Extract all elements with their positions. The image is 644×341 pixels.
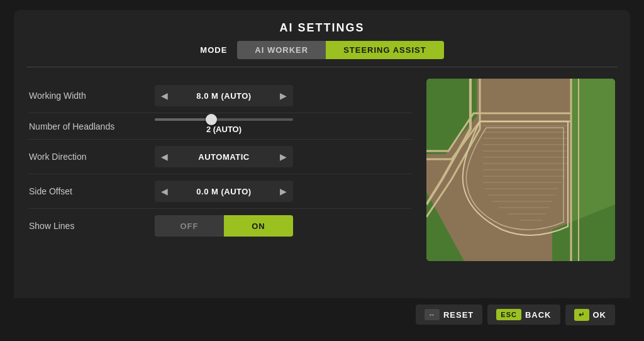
working-width-prev[interactable]: ◀ [155,85,174,106]
side-offset-label: Side Offset [29,186,155,196]
headlands-top: Number of Headlands 2 (AUTO) [29,118,411,134]
mode-label: MODE [200,45,227,55]
mode-bar: MODE AI WORKER STEERING ASSIST [14,41,630,67]
reset-button[interactable]: ↔ RESET [416,305,482,325]
work-direction-row: Work Direction ◀ AUTOMATIC ▶ [29,140,411,174]
map-preview [426,79,615,261]
show-lines-off[interactable]: OFF [155,215,224,237]
ok-button[interactable]: ↵ OK [565,305,616,325]
show-lines-on[interactable]: ON [224,215,293,237]
tab-ai-worker[interactable]: AI WORKER [237,41,326,59]
show-lines-toggle: OFF ON [155,215,293,237]
headlands-value: 2 (AUTO) [155,125,293,134]
working-width-selector: ◀ 8.0 M (AUTO) ▶ [155,85,293,106]
headlands-label: Number of Headlands [29,121,155,131]
work-direction-control: ◀ AUTOMATIC ▶ [155,146,411,167]
show-lines-control: OFF ON [155,215,411,237]
ok-label: OK [593,310,607,320]
work-direction-next[interactable]: ▶ [274,146,293,167]
show-lines-label: Show Lines [29,221,155,231]
side-offset-row: Side Offset ◀ 0.0 M (AUTO) ▶ [29,174,411,209]
work-direction-selector: ◀ AUTOMATIC ▶ [155,146,293,167]
back-label: BACK [525,310,552,320]
content-area: Working Width ◀ 8.0 M (AUTO) ▶ Number of… [14,67,630,298]
work-direction-label: Work Direction [29,152,155,162]
working-width-next[interactable]: ▶ [274,85,293,106]
dialog-title: AI SETTINGS [14,10,630,41]
slider-thumb[interactable] [206,114,217,125]
settings-panel: Working Width ◀ 8.0 M (AUTO) ▶ Number of… [29,79,411,291]
tab-steering-assist[interactable]: STEERING ASSIST [326,41,444,59]
side-offset-next[interactable]: ▶ [274,181,293,202]
work-direction-prev[interactable]: ◀ [155,146,174,167]
working-width-control: ◀ 8.0 M (AUTO) ▶ [155,85,411,106]
settings-dialog: AI SETTINGS MODE AI WORKER STEERING ASSI… [14,10,630,331]
back-button[interactable]: ESC BACK [487,305,560,325]
side-offset-prev[interactable]: ◀ [155,181,174,202]
slider-track[interactable] [155,118,293,121]
side-offset-selector: ◀ 0.0 M (AUTO) ▶ [155,181,293,202]
side-offset-value: 0.0 M (AUTO) [174,187,274,196]
working-width-value: 8.0 M (AUTO) [174,91,274,101]
headlands-control: 2 (AUTO) [155,118,411,134]
reset-label: RESET [443,310,474,320]
show-lines-row: Show Lines OFF ON [29,209,411,243]
title-text: AI SETTINGS [279,21,364,34]
headlands-slider-area: 2 (AUTO) [155,118,293,134]
back-key-icon: ESC [496,309,521,320]
working-width-row: Working Width ◀ 8.0 M (AUTO) ▶ [29,79,411,113]
side-offset-control: ◀ 0.0 M (AUTO) ▶ [155,181,411,202]
work-direction-value: AUTOMATIC [174,152,274,162]
slider-fill [155,118,210,121]
ok-key-icon: ↵ [574,309,589,321]
bottom-bar: ↔ RESET ESC BACK ↵ OK [14,298,630,331]
headlands-row: Number of Headlands 2 (AUTO) [29,113,411,140]
working-width-label: Working Width [29,91,155,101]
reset-key-icon: ↔ [425,309,440,320]
